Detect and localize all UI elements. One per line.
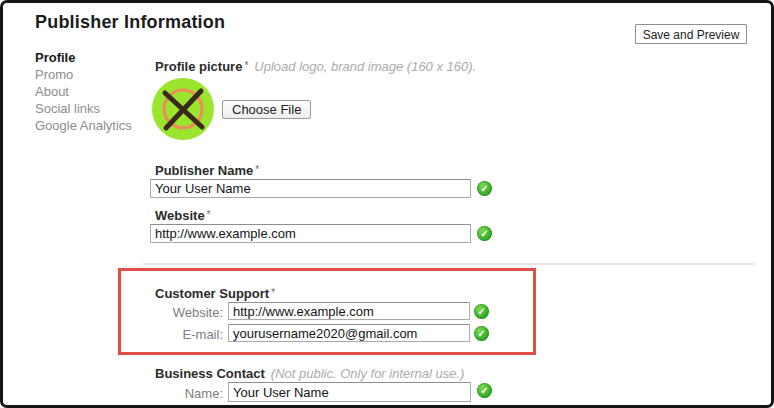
customer-support-section-header: Customer Support* [155,284,275,302]
business-contact-note: (Not public. Only for internal use.) [271,366,465,381]
business-contact-name-input[interactable] [228,382,471,402]
business-contact-section-header: Business Contact(Not public. Only for in… [155,364,464,382]
sidebar-item-profile[interactable]: Profile [35,49,132,66]
customer-support-website-input[interactable] [228,302,470,320]
choose-file-button[interactable]: Choose File [222,100,311,119]
required-asterisk: * [207,209,211,220]
publisher-information-window: Publisher Information Save and Preview P… [0,0,774,408]
sidebar-item-google-analytics[interactable]: Google Analytics [35,117,132,134]
required-asterisk: * [255,164,259,175]
sidebar-item-promo[interactable]: Promo [35,66,132,83]
valid-check-icon: ✓ [477,383,492,398]
publisher-name-label: Publisher Name* [155,161,259,179]
profile-picture-note: Upload logo, brand image (160 x 160). [254,59,476,74]
sidebar-item-about[interactable]: About [35,83,132,100]
valid-check-icon: ✓ [477,181,492,196]
sidebar-nav: Profile Promo About Social links Google … [35,49,132,134]
no-image-placeholder-icon [152,78,214,140]
customer-support-email-input[interactable] [228,324,470,342]
website-label: Website* [155,206,211,224]
sidebar-item-social-links[interactable]: Social links [35,100,132,117]
required-asterisk: * [271,287,275,298]
website-input[interactable] [150,224,471,243]
page-title: Publisher Information [35,12,225,33]
profile-picture-section-header: Profile picture*Upload logo, brand image… [155,57,476,75]
valid-check-icon: ✓ [474,304,489,319]
section-divider [143,263,754,265]
customer-support-website-label: Website: [150,305,223,320]
business-contact-name-label: Name: [150,386,223,401]
valid-check-icon: ✓ [474,326,489,341]
publisher-name-input[interactable] [150,179,471,198]
customer-support-email-label: E-mail: [150,327,223,342]
profile-picture-label: Profile picture [155,59,242,74]
save-and-preview-button[interactable]: Save and Preview [635,24,747,44]
required-asterisk: * [244,60,248,71]
valid-check-icon: ✓ [477,226,492,241]
